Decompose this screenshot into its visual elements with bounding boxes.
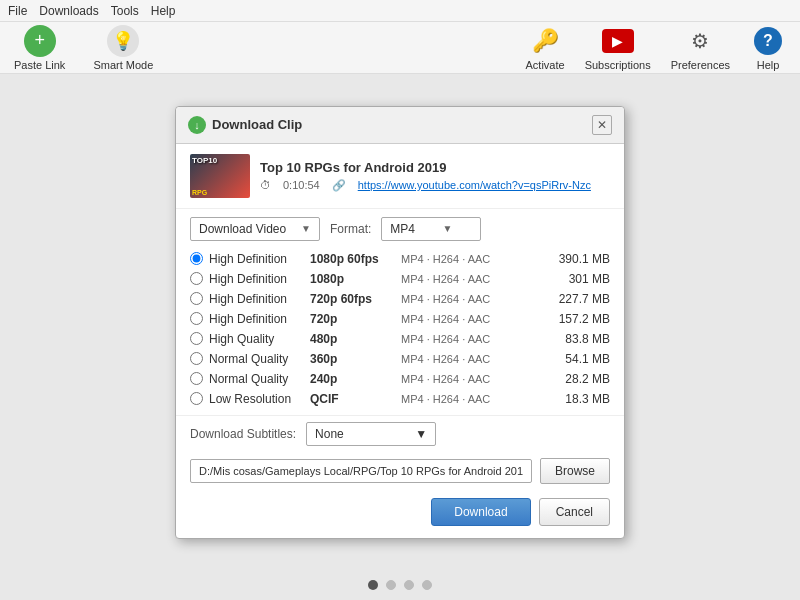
dialog-title-bar: ↓ Download Clip ✕ — [176, 107, 624, 144]
toolbar-right: 🔑 Activate ▶ Subscriptions ⚙ Preferences… — [520, 23, 793, 73]
quality-row: High Definition1080p 60fpsMP4 · H264 · A… — [190, 249, 610, 269]
quality-size-4: 83.8 MB — [550, 332, 610, 346]
dialog-icon: ↓ — [188, 116, 206, 134]
video-info: TOP10 RPG Top 10 RPGs for Android 2019 ⏱… — [176, 144, 624, 209]
key-icon: 🔑 — [532, 28, 559, 54]
dot-4[interactable] — [422, 580, 432, 590]
quality-resolution-0: 1080p 60fps — [310, 252, 395, 266]
subtitle-label: Download Subtitles: — [190, 427, 296, 441]
quality-codec-7: MP4 · H264 · AAC — [401, 393, 544, 405]
smart-mode-button[interactable]: 💡 Smart Mode — [87, 23, 159, 73]
subscriptions-button[interactable]: ▶ Subscriptions — [579, 23, 657, 73]
quality-size-0: 390.1 MB — [550, 252, 610, 266]
quality-radio-4[interactable] — [190, 332, 203, 345]
download-type-arrow: ▼ — [301, 223, 311, 234]
quality-codec-2: MP4 · H264 · AAC — [401, 293, 544, 305]
dialog-title-left: ↓ Download Clip — [188, 116, 302, 134]
activate-icon-wrap: 🔑 — [527, 25, 563, 57]
preferences-icon-wrap: ⚙ — [682, 25, 718, 57]
camera-icon: ▶ — [602, 29, 634, 53]
quality-label-7: Low Resolution — [209, 392, 304, 406]
quality-radio-0[interactable] — [190, 252, 203, 265]
quality-radio-3[interactable] — [190, 312, 203, 325]
paste-link-button[interactable]: + Paste Link — [8, 23, 71, 73]
download-button[interactable]: Download — [431, 498, 530, 526]
smart-mode-label: Smart Mode — [93, 59, 153, 71]
quality-label-3: High Definition — [209, 312, 304, 326]
link-icon: 🔗 — [332, 179, 346, 192]
help-icon: ? — [754, 27, 782, 55]
filepath-row: Browse — [176, 452, 624, 490]
quality-size-6: 28.2 MB — [550, 372, 610, 386]
video-details: Top 10 RPGs for Android 2019 ⏱ 0:10:54 🔗… — [260, 160, 610, 192]
format-arrow: ▼ — [442, 223, 452, 234]
quality-codec-1: MP4 · H264 · AAC — [401, 273, 544, 285]
cancel-button[interactable]: Cancel — [539, 498, 610, 526]
menu-tools[interactable]: Tools — [111, 4, 139, 18]
quality-resolution-5: 360p — [310, 352, 395, 366]
quality-size-7: 18.3 MB — [550, 392, 610, 406]
dialog-close-button[interactable]: ✕ — [592, 115, 612, 135]
dot-1[interactable] — [368, 580, 378, 590]
quality-radio-1[interactable] — [190, 272, 203, 285]
dot-2[interactable] — [386, 580, 396, 590]
format-dropdown[interactable]: MP4 ▼ — [381, 217, 481, 241]
video-url[interactable]: https://www.youtube.com/watch?v=qsPiRrv-… — [358, 179, 591, 191]
activate-label: Activate — [526, 59, 565, 71]
download-type-dropdown[interactable]: Download Video ▼ — [190, 217, 320, 241]
subtitle-value: None — [315, 427, 344, 441]
quality-resolution-3: 720p — [310, 312, 395, 326]
quality-radio-2[interactable] — [190, 292, 203, 305]
video-duration: 0:10:54 — [283, 179, 320, 191]
quality-row: High Definition720p 60fpsMP4 · H264 · AA… — [190, 289, 610, 309]
activate-button[interactable]: 🔑 Activate — [520, 23, 571, 73]
video-meta: ⏱ 0:10:54 🔗 https://www.youtube.com/watc… — [260, 179, 610, 192]
quality-row: High Definition1080pMP4 · H264 · AAC301 … — [190, 269, 610, 289]
help-icon-wrap: ? — [750, 25, 786, 57]
gear-icon: ⚙ — [691, 29, 709, 53]
subtitle-dropdown[interactable]: None ▼ — [306, 422, 436, 446]
smart-mode-icon: 💡 — [107, 25, 139, 57]
quality-list: High Definition1080p 60fpsMP4 · H264 · A… — [176, 249, 624, 409]
subscriptions-label: Subscriptions — [585, 59, 651, 71]
menu-file[interactable]: File — [8, 4, 27, 18]
format-label: Format: — [330, 222, 371, 236]
subtitle-arrow: ▼ — [415, 427, 427, 441]
menu-downloads[interactable]: Downloads — [39, 4, 98, 18]
dot-3[interactable] — [404, 580, 414, 590]
quality-row: Low ResolutionQCIFMP4 · H264 · AAC18.3 M… — [190, 389, 610, 409]
quality-label-4: High Quality — [209, 332, 304, 346]
paste-link-label: Paste Link — [14, 59, 65, 71]
quality-resolution-2: 720p 60fps — [310, 292, 395, 306]
format-row: Download Video ▼ Format: MP4 ▼ — [176, 209, 624, 249]
quality-label-1: High Definition — [209, 272, 304, 286]
quality-resolution-7: QCIF — [310, 392, 395, 406]
help-label: Help — [757, 59, 780, 71]
quality-codec-5: MP4 · H264 · AAC — [401, 353, 544, 365]
quality-row: Normal Quality240pMP4 · H264 · AAC28.2 M… — [190, 369, 610, 389]
quality-size-2: 227.7 MB — [550, 292, 610, 306]
quality-radio-5[interactable] — [190, 352, 203, 365]
quality-codec-6: MP4 · H264 · AAC — [401, 373, 544, 385]
action-row: Download Cancel — [176, 490, 624, 538]
quality-row: High Definition720pMP4 · H264 · AAC157.2… — [190, 309, 610, 329]
dialog-overlay: ↓ Download Clip ✕ TOP10 RPG Top 10 RPGs … — [0, 74, 800, 570]
subtitle-row: Download Subtitles: None ▼ — [176, 415, 624, 452]
browse-button[interactable]: Browse — [540, 458, 610, 484]
quality-radio-6[interactable] — [190, 372, 203, 385]
quality-resolution-6: 240p — [310, 372, 395, 386]
video-thumbnail: TOP10 RPG — [190, 154, 250, 198]
download-dialog: ↓ Download Clip ✕ TOP10 RPG Top 10 RPGs … — [175, 106, 625, 539]
toolbar: + Paste Link 💡 Smart Mode 🔑 Activate ▶ S… — [0, 22, 800, 74]
toolbar-left: + Paste Link 💡 Smart Mode — [8, 23, 159, 73]
quality-radio-7[interactable] — [190, 392, 203, 405]
quality-size-5: 54.1 MB — [550, 352, 610, 366]
menu-help[interactable]: Help — [151, 4, 176, 18]
filepath-input[interactable] — [190, 459, 532, 483]
video-title: Top 10 RPGs for Android 2019 — [260, 160, 610, 175]
quality-resolution-4: 480p — [310, 332, 395, 346]
preferences-button[interactable]: ⚙ Preferences — [665, 23, 736, 73]
quality-codec-3: MP4 · H264 · AAC — [401, 313, 544, 325]
help-button[interactable]: ? Help — [744, 23, 792, 73]
menu-bar: File Downloads Tools Help — [0, 0, 800, 22]
